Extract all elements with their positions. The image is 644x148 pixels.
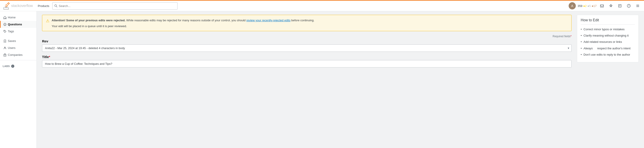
search-bar[interactable] xyxy=(52,2,178,10)
how-to-edit-text-1: Correct minor typos or mistakes xyxy=(584,27,625,31)
users-label: Users xyxy=(8,46,16,50)
how-to-edit-text-2: Clarify meaning without changing it xyxy=(584,34,629,38)
bronze-badge: ●17 xyxy=(592,4,596,8)
gold-badge: ●2 xyxy=(583,4,586,8)
rev-group: Rev Anita22 - Mar 25, 2024 at 19:45 - de… xyxy=(42,39,572,52)
how-to-edit-title: How to Edit xyxy=(581,18,635,25)
sidebar-item-companies[interactable]: Companies xyxy=(0,51,36,58)
logo[interactable]: stackoverflow xyxy=(3,2,33,10)
how-to-edit-item-2: Clarify meaning without changing it xyxy=(581,34,635,38)
title-input[interactable] xyxy=(42,60,572,67)
alert-bold: Attention! Some of your previous edits w… xyxy=(52,19,126,22)
sidebar: Home ? Questions Tags Saves Users Compan… xyxy=(0,11,37,148)
right-panel: How to Edit Correct minor typos or mista… xyxy=(572,15,639,62)
alert-content: Attention! Some of your previous edits w… xyxy=(52,18,314,28)
home-icon xyxy=(3,16,6,19)
rev-select[interactable]: Anita22 - Mar 25, 2024 at 19:45 - delete… xyxy=(42,44,572,52)
saves-icon xyxy=(3,39,6,43)
hamburger-icon[interactable] xyxy=(634,2,641,10)
how-to-edit-italic-word: Always xyxy=(584,46,593,50)
questions-label: Questions xyxy=(8,23,22,26)
svg-text:?: ? xyxy=(628,5,630,7)
how-to-edit-text-5: Don't use edits to reply to the author xyxy=(584,53,630,57)
sidebar-item-tags[interactable]: Tags xyxy=(0,28,36,35)
sidebar-item-users[interactable]: Users xyxy=(0,44,36,51)
search-input[interactable] xyxy=(59,4,176,8)
help-icon[interactable]: ? xyxy=(625,2,632,10)
how-to-edit-item-4: Always respect the author's intent xyxy=(581,46,635,50)
title-label: Title* xyxy=(42,55,572,59)
inbox-icon[interactable] xyxy=(598,2,606,10)
svg-rect-18 xyxy=(5,55,6,55)
sidebar-item-home[interactable]: Home xyxy=(0,14,36,21)
warning-icon: ⚠ xyxy=(46,18,50,23)
sidebar-item-questions[interactable]: ? Questions xyxy=(0,21,36,28)
svg-text:?: ? xyxy=(4,24,6,26)
topbar-right: A 359 ●2 ●5 ●17 ? xyxy=(569,2,641,10)
svg-rect-16 xyxy=(4,54,6,56)
achievements-icon[interactable] xyxy=(607,2,614,10)
how-to-edit-text-4-rest: respect the author's intent xyxy=(597,46,630,50)
alert-text-main: Attention! Some of your previous edits w… xyxy=(52,19,314,22)
svg-rect-4 xyxy=(618,5,621,7)
sidebar-item-saves[interactable]: Saves xyxy=(0,37,36,44)
title-group: Title* xyxy=(42,55,572,67)
saves-label: Saves xyxy=(8,39,16,43)
alert-text-part2: before continuing. xyxy=(291,19,314,22)
svg-rect-0 xyxy=(4,7,8,8)
questions-icon: ? xyxy=(3,23,6,26)
avatar[interactable]: A xyxy=(569,2,576,10)
rev-select-wrapper[interactable]: Anita22 - Mar 25, 2024 at 19:45 - delete… xyxy=(42,44,572,52)
user-rep: 359 ●2 ●5 ●17 xyxy=(578,4,596,8)
search-icon xyxy=(54,4,58,8)
form-area: ⚠ Attention! Some of your previous edits… xyxy=(42,15,572,71)
alert-text-part1: While reasonable edits may be rejected f… xyxy=(126,19,246,22)
topbar: stackoverflow Products A 359 ●2 ●5 ●17 ? xyxy=(0,0,644,11)
labs-info-icon[interactable]: i xyxy=(11,64,14,68)
logo-icon xyxy=(3,2,10,10)
alert-link[interactable]: review your recently-rejected edits xyxy=(246,19,290,22)
title-required-star: * xyxy=(49,55,50,59)
alert-box: ⚠ Attention! Some of your previous edits… xyxy=(42,15,572,31)
svg-line-2 xyxy=(56,6,57,7)
page-body: ⚠ Attention! Some of your previous edits… xyxy=(37,11,644,148)
labs-section-label: LABS xyxy=(3,65,10,67)
required-label: Required fields xyxy=(552,35,570,38)
users-icon xyxy=(3,46,6,50)
tags-label: Tags xyxy=(8,30,14,33)
required-fields-note: Required fields* xyxy=(42,35,572,38)
review-icon[interactable] xyxy=(616,2,624,10)
alert-subtext: Your edit will be placed in a queue unti… xyxy=(52,24,314,28)
companies-label: Companies xyxy=(8,53,22,56)
silver-badge: ●5 xyxy=(588,4,591,8)
logo-text: stackoverflow xyxy=(11,4,33,8)
rev-label: Rev xyxy=(42,39,572,43)
products-menu[interactable]: Products xyxy=(36,3,50,9)
how-to-edit-item-1: Correct minor typos or mistakes xyxy=(581,27,635,31)
svg-point-14 xyxy=(4,31,5,31)
companies-icon xyxy=(3,53,6,56)
svg-rect-3 xyxy=(600,5,604,7)
svg-rect-17 xyxy=(4,55,5,55)
layout: Home ? Questions Tags Saves Users Compan… xyxy=(0,11,644,148)
how-to-edit-item-3: Add related resources or links xyxy=(581,40,635,44)
how-to-edit-box: How to Edit Correct minor typos or mista… xyxy=(577,15,639,62)
how-to-edit-item-5: Don't use edits to reply to the author xyxy=(581,53,635,57)
tags-icon xyxy=(3,30,6,33)
home-label: Home xyxy=(8,16,16,19)
how-to-edit-text-3: Add related resources or links xyxy=(584,40,622,44)
